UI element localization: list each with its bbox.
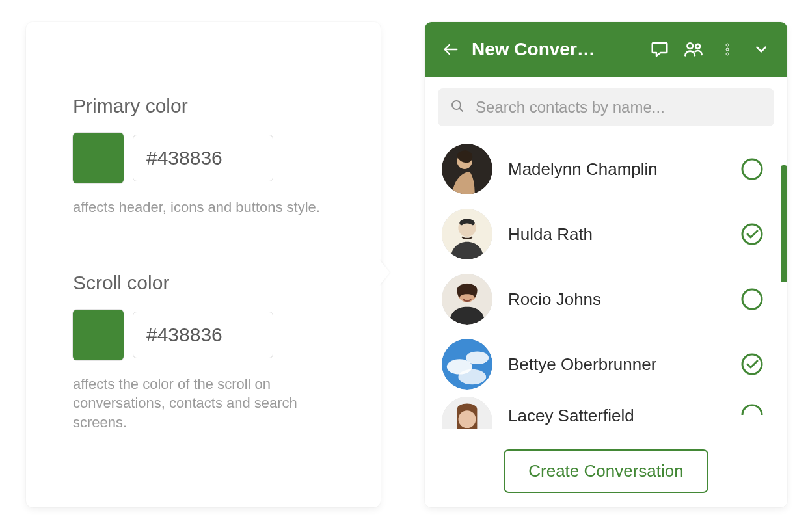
svg-point-15 — [742, 224, 762, 244]
svg-point-2 — [695, 44, 700, 49]
primary-color-input[interactable]: #438836 — [133, 135, 273, 181]
contact-name: Hulda Rath — [508, 224, 725, 245]
svg-point-25 — [742, 354, 762, 374]
primary-color-desc: affects header, icons and buttons style. — [73, 198, 333, 217]
contact-row[interactable]: Madelynn Champlin — [442, 137, 781, 202]
select-toggle[interactable] — [740, 352, 764, 376]
search-field[interactable] — [438, 88, 774, 126]
svg-point-27 — [459, 410, 476, 428]
comment-icon[interactable] — [647, 36, 673, 62]
select-toggle[interactable] — [740, 157, 764, 181]
search-icon — [450, 98, 465, 116]
contact-name: Rocio Johns — [508, 289, 725, 310]
select-toggle[interactable] — [740, 403, 764, 427]
svg-point-5 — [726, 53, 729, 55]
new-conversation-panel: New Conver… Madelynn Champlin — [425, 22, 787, 507]
svg-point-1 — [687, 43, 693, 49]
primary-color-swatch[interactable] — [73, 133, 124, 183]
avatar — [442, 397, 492, 429]
avatar — [442, 209, 492, 259]
create-conversation-button[interactable]: Create Conversation — [504, 449, 708, 493]
primary-color-row: #438836 — [73, 133, 334, 183]
scroll-color-title: Scroll color — [73, 272, 334, 294]
scroll-color-row: #438836 — [73, 310, 334, 360]
chat-header-title: New Conver… — [472, 39, 595, 60]
contact-name: Lacey Satterfield — [508, 397, 725, 426]
select-toggle[interactable] — [740, 287, 764, 311]
primary-color-value: #438836 — [146, 147, 222, 169]
svg-line-7 — [459, 108, 463, 111]
avatar — [442, 339, 492, 390]
svg-point-11 — [742, 159, 762, 179]
color-settings-card: Primary color #438836 affects header, ic… — [26, 22, 381, 507]
chat-header: New Conver… — [425, 22, 787, 77]
svg-point-23 — [466, 352, 489, 365]
scroll-color-value: #438836 — [146, 324, 222, 346]
people-icon[interactable] — [680, 36, 707, 62]
scroll-color-desc: affects the color of the scroll on conve… — [73, 375, 333, 432]
scroll-thumb[interactable] — [781, 165, 787, 282]
contact-row[interactable]: Hulda Rath — [442, 202, 781, 267]
contact-name: Bettye Oberbrunner — [508, 354, 725, 375]
search-input[interactable] — [474, 98, 762, 117]
svg-point-19 — [742, 289, 762, 309]
more-icon[interactable] — [714, 36, 740, 62]
scroll-color-swatch[interactable] — [73, 310, 124, 360]
create-bar: Create Conversation — [425, 438, 787, 507]
svg-point-3 — [726, 44, 729, 46]
contacts-list: Madelynn Champlin Hulda Rath Rocio Joh — [425, 133, 787, 436]
avatar — [442, 274, 492, 325]
scroll-color-input[interactable]: #438836 — [133, 312, 273, 358]
contact-row[interactable]: Rocio Johns — [442, 267, 781, 332]
contacts-scroll[interactable]: Madelynn Champlin Hulda Rath Rocio Joh — [425, 133, 787, 438]
contact-row[interactable]: Bettye Oberbrunner — [442, 332, 781, 397]
contact-name: Madelynn Champlin — [508, 159, 725, 180]
chevron-down-icon[interactable] — [748, 36, 774, 62]
primary-color-title: Primary color — [73, 95, 334, 117]
svg-point-24 — [458, 369, 486, 384]
back-icon[interactable] — [438, 36, 464, 62]
scroll-color-section: Scroll color #438836 affects the color o… — [73, 272, 334, 432]
svg-point-4 — [726, 48, 729, 51]
contact-row[interactable]: Lacey Satterfield — [442, 397, 781, 436]
select-toggle[interactable] — [740, 222, 764, 246]
avatar — [442, 144, 492, 194]
primary-color-section: Primary color #438836 affects header, ic… — [73, 95, 334, 217]
